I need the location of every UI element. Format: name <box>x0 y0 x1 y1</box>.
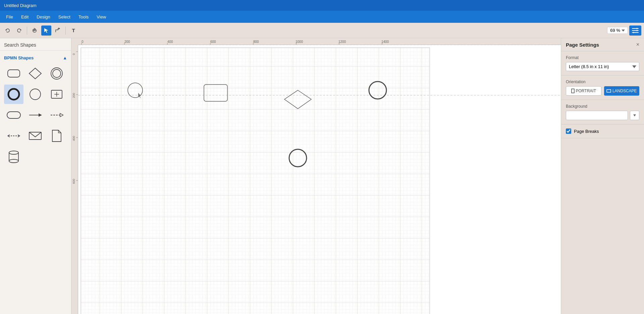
svg-rect-13 <box>51 90 62 98</box>
svg-rect-2 <box>632 30 639 31</box>
orientation-section: Orientation PORTRAIT LANDSCAPE <box>561 75 644 100</box>
shape-envelope[interactable] <box>25 126 45 146</box>
redo-button[interactable] <box>14 25 24 36</box>
hand-button[interactable] <box>30 25 40 36</box>
svg-point-23 <box>9 151 18 154</box>
svg-rect-5 <box>637 30 637 31</box>
ruler-left: 0 200 400 600 <box>71 45 78 314</box>
svg-marker-20 <box>60 113 63 117</box>
svg-rect-27 <box>78 38 561 45</box>
search-shapes-label[interactable]: Search Shapes <box>0 38 71 51</box>
svg-marker-8 <box>29 68 41 79</box>
text-icon: T <box>72 28 75 33</box>
pointer-button[interactable] <box>41 25 51 36</box>
ruler-top: 0 200 400 600 800 1000 1200 1400 <box>78 38 561 45</box>
shape-document[interactable] <box>47 126 66 146</box>
right-panel: Page Settings × Format Letter (8.5 in x … <box>561 38 644 314</box>
page-breaks-checkbox[interactable] <box>566 128 571 134</box>
shape-thin-circle[interactable] <box>25 85 45 104</box>
app-title: Untitled Diagram <box>4 3 37 8</box>
shape-double-circle[interactable] <box>47 64 66 83</box>
svg-text:400: 400 <box>167 40 173 44</box>
format-section: Format Letter (8.5 in x 11 in) <box>561 51 644 75</box>
landscape-label: LANDSCAPE <box>612 89 637 93</box>
background-dropdown[interactable] <box>630 111 639 120</box>
menu-file[interactable]: File <box>3 13 16 21</box>
background-label: Background <box>566 104 639 109</box>
svg-marker-0 <box>44 28 48 33</box>
menu-tools[interactable]: Tools <box>75 13 92 21</box>
format-button[interactable] <box>629 25 641 36</box>
bpmn-section-header[interactable]: BPMN Shapes ▲ <box>3 53 68 62</box>
shape-bold-circle[interactable] <box>4 85 23 104</box>
svg-text:1000: 1000 <box>296 40 303 44</box>
shape-stadium[interactable] <box>4 105 23 125</box>
svg-text:1200: 1200 <box>338 40 346 44</box>
menu-select[interactable]: Select <box>55 13 74 21</box>
panel-close-button[interactable]: × <box>636 42 639 48</box>
page-breaks-row: Page Breaks <box>566 128 639 134</box>
grid-area[interactable] <box>78 45 561 314</box>
waypoint-button[interactable] <box>53 25 63 36</box>
svg-rect-6 <box>633 32 634 33</box>
undo-button[interactable] <box>3 25 13 36</box>
svg-text:1400: 1400 <box>381 40 389 44</box>
shape-arrow-both-dashed[interactable] <box>4 126 23 146</box>
orientation-label: Orientation <box>566 80 639 84</box>
shape-rect-plus[interactable] <box>47 85 66 104</box>
svg-rect-65 <box>607 90 611 92</box>
svg-rect-7 <box>8 70 20 77</box>
shape-cylinder[interactable] <box>4 147 23 166</box>
menubar: File Edit Design Select Tools View <box>0 11 644 23</box>
svg-rect-64 <box>572 89 574 93</box>
shapes-grid <box>3 62 68 168</box>
svg-rect-3 <box>632 32 639 33</box>
zoom-control[interactable]: 69 % <box>607 27 628 34</box>
svg-rect-4 <box>637 28 637 29</box>
shape-rounded-rect[interactable] <box>4 64 23 83</box>
menu-view[interactable]: View <box>93 13 109 21</box>
svg-text:800: 800 <box>253 40 259 44</box>
portrait-button[interactable]: PORTRAIT <box>566 86 601 96</box>
canvas-svg[interactable] <box>78 45 561 314</box>
background-control <box>566 111 639 120</box>
shape-diamond[interactable] <box>25 64 45 83</box>
page-breaks-section: Page Breaks <box>561 124 644 138</box>
format-select[interactable]: Letter (8.5 in x 11 in) <box>566 62 639 71</box>
zoom-value: 69 % <box>610 28 620 33</box>
svg-point-10 <box>53 69 61 77</box>
background-section: Background <box>561 100 644 124</box>
landscape-button[interactable]: LANDSCAPE <box>604 86 640 96</box>
svg-text:600: 600 <box>72 179 75 184</box>
titlebar: Untitled Diagram <box>0 0 644 11</box>
svg-point-11 <box>8 89 19 100</box>
svg-text:0: 0 <box>82 40 84 44</box>
svg-rect-55 <box>81 48 430 314</box>
portrait-label: PORTRAIT <box>576 89 596 93</box>
svg-text:200: 200 <box>72 93 75 98</box>
shape-arrow-dashed[interactable] <box>47 105 66 125</box>
panel-title: Page Settings <box>566 42 599 48</box>
svg-text:400: 400 <box>72 136 75 141</box>
text-button[interactable]: T <box>68 25 78 36</box>
toolbar-divider-1 <box>27 27 27 35</box>
svg-text:0: 0 <box>72 53 75 55</box>
shape-arrow-solid[interactable] <box>25 105 45 125</box>
section-collapse-icon: ▲ <box>63 55 67 60</box>
page-breaks-label: Page Breaks <box>574 129 599 134</box>
toolbar: T 69 % <box>0 23 644 38</box>
background-color-input[interactable] <box>566 111 628 120</box>
toolbar-divider-2 <box>65 27 66 35</box>
svg-marker-18 <box>39 113 42 117</box>
menu-edit[interactable]: Edit <box>18 13 32 21</box>
menu-design[interactable]: Design <box>33 13 53 21</box>
shapes-section: BPMN Shapes ▲ <box>0 51 71 170</box>
svg-point-12 <box>30 89 41 100</box>
svg-point-9 <box>51 68 62 79</box>
svg-point-26 <box>9 159 18 163</box>
sidebar: Search Shapes BPMN Shapes ▲ <box>0 38 71 314</box>
svg-rect-1 <box>632 28 639 29</box>
canvas-container[interactable]: 0 200 400 600 800 1000 1200 1400 <box>71 38 561 314</box>
svg-text:200: 200 <box>124 40 130 44</box>
format-label: Format <box>566 55 639 60</box>
